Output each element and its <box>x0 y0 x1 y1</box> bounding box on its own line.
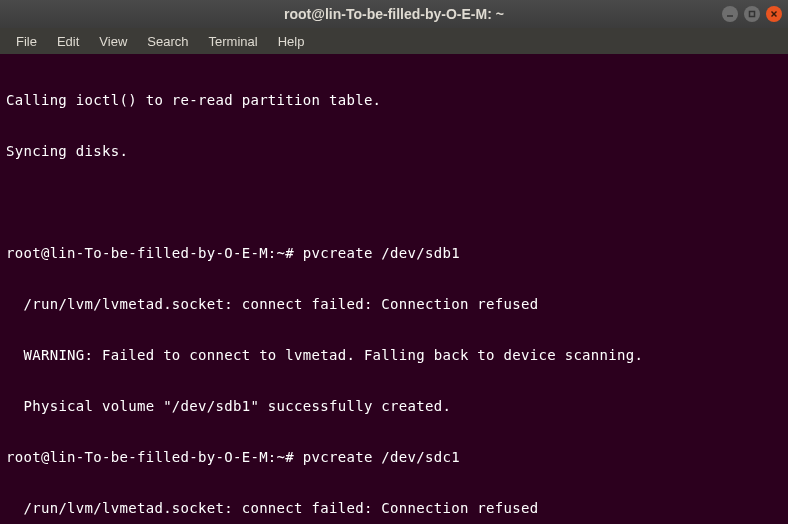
terminal-line: Syncing disks. <box>6 143 782 160</box>
menubar: File Edit View Search Terminal Help <box>0 28 788 54</box>
terminal-line <box>6 194 782 211</box>
menu-view[interactable]: View <box>91 32 135 51</box>
terminal-line: WARNING: Failed to connect to lvmetad. F… <box>6 347 782 364</box>
terminal-line: /run/lvm/lvmetad.socket: connect failed:… <box>6 500 782 517</box>
menu-file[interactable]: File <box>8 32 45 51</box>
maximize-button[interactable] <box>744 6 760 22</box>
terminal-line: root@lin-To-be-filled-by-O-E-M:~# pvcrea… <box>6 245 782 262</box>
window-titlebar: root@lin-To-be-filled-by-O-E-M: ~ <box>0 0 788 28</box>
svg-rect-1 <box>750 12 755 17</box>
window-title: root@lin-To-be-filled-by-O-E-M: ~ <box>284 6 504 22</box>
terminal-line: root@lin-To-be-filled-by-O-E-M:~# pvcrea… <box>6 449 782 466</box>
menu-edit[interactable]: Edit <box>49 32 87 51</box>
close-button[interactable] <box>766 6 782 22</box>
window-controls <box>722 6 782 22</box>
terminal-area[interactable]: Calling ioctl() to re-read partition tab… <box>0 54 788 524</box>
terminal-line: /run/lvm/lvmetad.socket: connect failed:… <box>6 296 782 313</box>
minimize-button[interactable] <box>722 6 738 22</box>
menu-search[interactable]: Search <box>139 32 196 51</box>
terminal-line: Physical volume "/dev/sdb1" successfully… <box>6 398 782 415</box>
menu-help[interactable]: Help <box>270 32 313 51</box>
prompt: root@lin-To-be-filled-by-O-E-M:~# <box>6 245 294 261</box>
prompt: root@lin-To-be-filled-by-O-E-M:~# <box>6 449 294 465</box>
command: pvcreate /dev/sdb1 <box>294 245 460 261</box>
command: pvcreate /dev/sdc1 <box>294 449 460 465</box>
menu-terminal[interactable]: Terminal <box>201 32 266 51</box>
terminal-line: Calling ioctl() to re-read partition tab… <box>6 92 782 109</box>
